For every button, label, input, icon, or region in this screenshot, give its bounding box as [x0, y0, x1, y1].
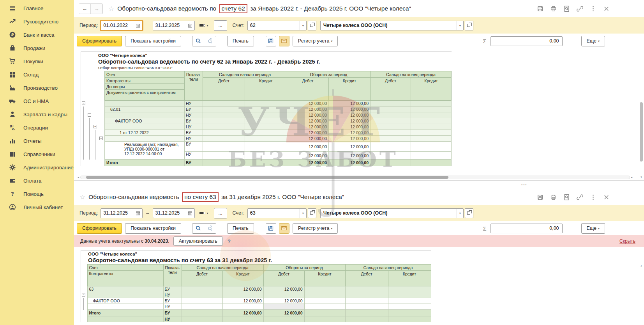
horizontal-scrollbar[interactable]: ◂▸	[76, 175, 634, 179]
scrollbar-track[interactable]	[80, 176, 630, 179]
table-row[interactable]: 63БУ12 000,0012 000,00	[81, 286, 431, 292]
caret-down-icon[interactable]: ▾	[457, 21, 463, 30]
show-settings-button[interactable]: Показать настройки	[125, 223, 181, 234]
calendar-icon[interactable]	[186, 21, 194, 30]
print-button[interactable]: Печать	[227, 36, 254, 46]
actualize-button[interactable]: Актуализировать	[173, 236, 223, 246]
print-preview-icon[interactable]	[563, 5, 570, 12]
total-row[interactable]: ИтогоБУ12 000,0012 000,00	[81, 160, 452, 166]
period-from-input[interactable]	[101, 21, 134, 30]
search-next-icon[interactable]	[204, 224, 216, 233]
caret-down-icon[interactable]: ▾	[300, 209, 306, 218]
table-row[interactable]: 1 от 12.12.2022БУ12 000,0012 000,00	[81, 130, 452, 136]
sidebar-item-pomosch[interactable]: ? Помощь	[0, 187, 74, 201]
table-row[interactable]: ФАКТОР ОООБУ12 000,0012 000,00	[81, 118, 452, 124]
sidebar-item-lichnyj-kabinet[interactable]: Личный кабинет	[0, 201, 74, 214]
period-to-input[interactable]	[153, 21, 186, 30]
sidebar-item-oplata[interactable]: Оплата	[0, 174, 74, 187]
table-row[interactable]: Реализация (акт, накладная, УПД) 0000-00…	[81, 142, 452, 152]
email-icon[interactable]	[279, 36, 289, 46]
sidebar-item-zarplata-i-kadry[interactable]: Зарплата и кадры	[0, 108, 74, 121]
table-row[interactable]: НУ	[81, 304, 431, 310]
more-button[interactable]: Еще▾	[581, 223, 605, 234]
panel-splitter[interactable]: •••	[74, 180, 644, 189]
back-button[interactable]: ←	[79, 4, 91, 14]
table-row[interactable]: −НУ12 000,0012 000,00	[81, 136, 452, 142]
table-row[interactable]: −НУ12 000,0012 000,00	[81, 112, 452, 118]
scrollbar-thumb[interactable]	[86, 176, 448, 179]
table-row[interactable]: ФАКТОР ОООБУ12 000,0012 000,00	[81, 298, 431, 304]
collapse-icon[interactable]: −	[94, 125, 97, 128]
save-icon[interactable]	[537, 5, 543, 12]
close-icon[interactable]	[603, 5, 610, 12]
favorite-star-icon[interactable]: ☆	[79, 193, 85, 201]
help-link[interactable]: ?	[228, 238, 231, 244]
ellipsis-button[interactable]: ...	[214, 208, 227, 218]
sidebar-item-sklad[interactable]: Склад	[0, 68, 74, 81]
open-organization-icon[interactable]	[465, 21, 473, 30]
sidebar-item-pokupki[interactable]: Покупки	[0, 55, 74, 68]
get-link-icon[interactable]	[577, 5, 583, 12]
period-preset-button[interactable]: ▾	[198, 21, 210, 30]
search-next-icon[interactable]	[204, 36, 216, 46]
total-row[interactable]: ИтогоБУ12 000,0012 000,00	[81, 310, 431, 316]
print-icon[interactable]	[550, 5, 557, 12]
organization-combo[interactable]: Четыре колеса ООО (ОСН) ▾	[320, 208, 464, 218]
sidebar-item-os-i-nma[interactable]: ОС и НМА	[0, 94, 74, 108]
email-icon[interactable]	[279, 223, 289, 234]
search-icon[interactable]	[192, 36, 204, 46]
account-input[interactable]	[248, 209, 300, 217]
sidebar-item-otchety[interactable]: Отчеты	[0, 134, 74, 147]
table-row[interactable]: −НУ12 000,0012 000,00	[81, 124, 452, 130]
selected-cell[interactable]	[263, 304, 304, 310]
period-to-input[interactable]	[153, 209, 186, 217]
scroll-right-icon[interactable]: ▸	[630, 176, 634, 179]
table-row[interactable]: −НУ12 000,0012 000,00	[81, 101, 452, 107]
period-preset-button[interactable]: ▾	[198, 208, 210, 218]
calendar-icon[interactable]	[186, 209, 194, 218]
close-icon[interactable]	[603, 194, 610, 201]
total-row[interactable]: НУ	[81, 316, 431, 322]
save-report-icon[interactable]	[266, 223, 276, 234]
collapse-icon[interactable]: −	[82, 293, 85, 297]
collapse-icon[interactable]: −	[99, 137, 103, 140]
sidebar-item-glavnoe[interactable]: Главное	[0, 2, 74, 15]
sidebar-item-bank-i-kassa[interactable]: ₽ Банк и касса	[0, 28, 74, 41]
scroll-left-icon[interactable]: ◂	[76, 176, 80, 179]
open-organization-icon[interactable]	[465, 208, 473, 218]
organization-combo[interactable]: Четыре колеса ООО (ОСН) ▾	[320, 21, 464, 30]
show-settings-button[interactable]: Показать настройки	[125, 36, 181, 46]
more-vertical-icon[interactable]	[590, 5, 596, 12]
calendar-icon[interactable]	[134, 209, 142, 218]
forward-button[interactable]: →	[91, 4, 102, 14]
selected-cell[interactable]: 12 000,00	[329, 152, 371, 160]
ellipsis-button[interactable]: ...	[214, 20, 227, 31]
sidebar-item-operacii[interactable]: ДтКт Операции	[0, 121, 74, 134]
sidebar-item-rukovoditelyu[interactable]: Руководителю	[0, 15, 74, 28]
print-button[interactable]: Печать	[227, 223, 254, 234]
vertical-scrollbar[interactable]: ▴	[639, 264, 643, 324]
caret-down-icon[interactable]: ▾	[457, 209, 463, 218]
more-vertical-icon[interactable]	[590, 194, 596, 201]
calendar-icon[interactable]	[134, 21, 142, 30]
scrollbar-thumb[interactable]	[640, 102, 643, 162]
period-from-input[interactable]	[101, 209, 134, 217]
sidebar-item-prodazhi[interactable]: Продажи	[0, 41, 74, 55]
register-button[interactable]: Регистр учета▾	[293, 223, 338, 234]
table-row[interactable]: −НУ	[81, 292, 431, 298]
get-link-icon[interactable]	[577, 194, 583, 201]
generate-button[interactable]: Сформировать	[77, 223, 122, 234]
collapse-icon[interactable]: −	[82, 101, 85, 105]
account-input[interactable]	[248, 21, 300, 30]
favorite-star-icon[interactable]: ☆	[108, 5, 114, 13]
open-account-icon[interactable]	[308, 208, 316, 218]
print-preview-icon[interactable]	[563, 194, 570, 201]
collapse-icon[interactable]: −	[88, 113, 91, 117]
sidebar-item-administrirovanie[interactable]: Администрирование	[0, 161, 74, 174]
generate-button[interactable]: Сформировать	[77, 36, 122, 46]
sum-input[interactable]	[490, 224, 563, 233]
search-icon[interactable]	[192, 224, 204, 233]
sum-input[interactable]	[490, 36, 563, 46]
hide-link[interactable]: Скрыть	[619, 238, 635, 244]
register-button[interactable]: Регистр учета▾	[293, 36, 338, 46]
